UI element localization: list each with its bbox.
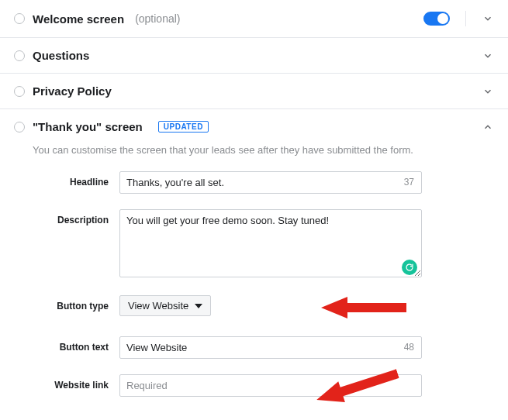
grammarly-icon[interactable] [402,260,417,275]
description-textarea[interactable] [119,209,422,277]
website-link-label: Website link [33,374,119,391]
svg-marker-0 [195,304,202,308]
website-link-input[interactable] [119,374,422,397]
button-type-dropdown[interactable]: View Website [119,295,211,316]
welcome-toggle[interactable] [423,12,450,26]
divider [465,11,466,26]
radio-icon [14,50,25,61]
radio-icon [14,13,25,24]
section-header-questions[interactable]: Questions [14,49,494,62]
chevron-up-icon[interactable] [482,121,494,133]
chevron-down-icon[interactable] [482,50,494,62]
updated-badge: UPDATED [158,121,209,133]
radio-icon [14,86,25,97]
section-header-thankyou[interactable]: "Thank you" screen UPDATED [14,120,494,133]
button-text-input[interactable] [119,336,422,359]
button-type-selected: View Website [128,300,188,312]
headline-char-count: 37 [404,177,414,188]
section-title: Privacy Policy [33,84,112,98]
caret-down-icon [195,302,202,310]
svg-marker-1 [321,297,406,318]
chevron-down-icon[interactable] [482,85,494,98]
button-type-label: Button type [33,295,119,312]
button-text-char-count: 48 [404,342,414,353]
description-label: Description [33,209,119,225]
annotation-arrow-icon [321,294,406,324]
optional-label: (optional) [135,12,180,25]
section-title: Welcome screen [33,12,124,26]
chevron-down-icon[interactable] [482,12,494,25]
section-description: You can customise the screen that your l… [33,144,494,156]
headline-input[interactable] [119,171,422,194]
button-text-label: Button text [33,336,119,353]
section-title: "Thank you" screen [33,120,143,133]
section-header-welcome[interactable]: Welcome screen (optional) [14,11,494,26]
headline-label: Headline [33,171,119,188]
section-title: Questions [33,49,89,62]
radio-icon [14,122,25,133]
section-header-privacy[interactable]: Privacy Policy [14,84,494,98]
